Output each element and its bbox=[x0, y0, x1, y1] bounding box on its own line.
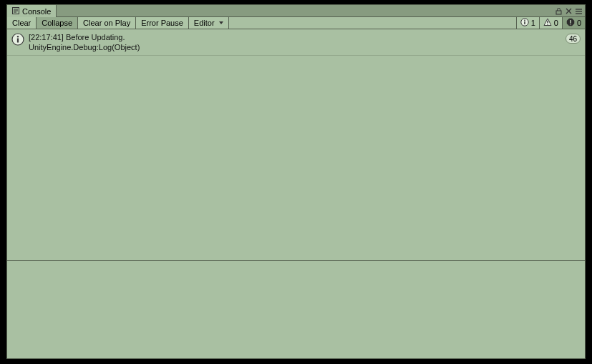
console-content: [22:17:41] Before Updating. UnityEngine.… bbox=[7, 29, 585, 358]
log-text: [22:17:41] Before Updating. UnityEngine.… bbox=[29, 32, 581, 52]
error-count: 0 bbox=[577, 19, 581, 27]
lock-icon[interactable] bbox=[554, 6, 563, 16]
info-icon bbox=[11, 33, 24, 46]
console-tab-icon bbox=[12, 7, 19, 16]
error-pause-button[interactable]: Error Pause bbox=[136, 17, 189, 29]
log-list[interactable]: [22:17:41] Before Updating. UnityEngine.… bbox=[7, 29, 585, 261]
warning-count: 0 bbox=[554, 19, 558, 27]
info-count-toggle[interactable]: 1 bbox=[516, 17, 539, 29]
clear-on-play-button[interactable]: Clear on Play bbox=[78, 17, 136, 29]
tab-bar: Console bbox=[7, 5, 585, 17]
tab-console[interactable]: Console bbox=[7, 5, 57, 17]
close-icon[interactable] bbox=[564, 6, 573, 16]
error-icon bbox=[566, 18, 575, 28]
svg-rect-13 bbox=[547, 21, 548, 23]
log-entry[interactable]: [22:17:41] Before Updating. UnityEngine.… bbox=[7, 29, 585, 56]
info-icon bbox=[520, 18, 529, 28]
log-count-badge: 46 bbox=[566, 34, 581, 44]
console-window: Console Clear Collapse Clear on Play Err… bbox=[6, 4, 586, 359]
toolbar-spacer bbox=[229, 17, 516, 29]
console-toolbar: Clear Collapse Clear on Play Error Pause… bbox=[7, 17, 585, 29]
svg-point-14 bbox=[547, 24, 548, 25]
error-count-toggle[interactable]: 0 bbox=[562, 17, 585, 29]
warning-count-toggle[interactable]: 0 bbox=[539, 17, 562, 29]
warning-icon bbox=[543, 18, 552, 28]
panel-menu-icon[interactable] bbox=[574, 6, 583, 16]
log-detail-pane[interactable] bbox=[7, 261, 585, 358]
collapse-button[interactable]: Collapse bbox=[37, 17, 78, 29]
info-count: 1 bbox=[531, 19, 535, 27]
svg-rect-15 bbox=[570, 20, 571, 23]
tab-label: Console bbox=[22, 7, 51, 16]
svg-point-16 bbox=[570, 24, 571, 25]
svg-point-11 bbox=[524, 20, 525, 21]
svg-rect-4 bbox=[556, 11, 561, 14]
svg-rect-19 bbox=[17, 39, 19, 43]
clear-button[interactable]: Clear bbox=[7, 17, 37, 29]
window-controls bbox=[554, 5, 583, 16]
editor-dropdown[interactable]: Editor bbox=[189, 17, 229, 29]
svg-point-18 bbox=[17, 36, 19, 37]
svg-rect-12 bbox=[524, 21, 525, 24]
